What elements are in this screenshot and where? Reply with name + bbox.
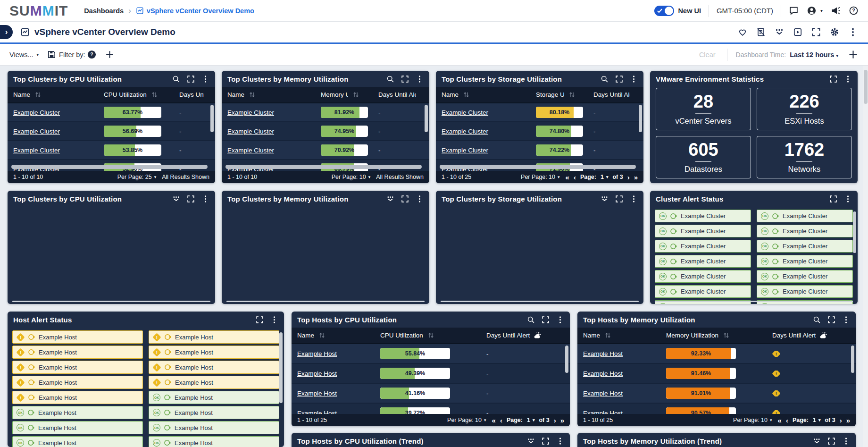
last-page-button[interactable]: » bbox=[846, 417, 850, 424]
previous-page-button[interactable]: ‹ bbox=[574, 174, 576, 181]
kebab-menu-icon[interactable] bbox=[416, 195, 424, 203]
kebab-menu-icon[interactable] bbox=[848, 27, 858, 37]
row-name-link[interactable]: Example Cluster bbox=[227, 147, 274, 154]
per-page-select[interactable]: Per Page: 10▾ bbox=[733, 417, 772, 423]
alert-item[interactable]: ! Example Host bbox=[12, 346, 143, 359]
horizontal-scrollbar[interactable] bbox=[225, 165, 422, 169]
dashboard-time-select[interactable]: Last 12 hours ▾ bbox=[790, 51, 838, 59]
fullscreen-icon[interactable] bbox=[401, 75, 409, 83]
summit-logo[interactable]: SUMMIT bbox=[9, 4, 68, 18]
search-icon[interactable] bbox=[813, 316, 821, 324]
stacked-area-chart[interactable] bbox=[8, 207, 215, 300]
alert-item[interactable]: ! Example Host bbox=[12, 391, 143, 404]
page-select[interactable]: 1▾ bbox=[527, 417, 534, 423]
filter-help-icon[interactable]: ? bbox=[87, 50, 96, 59]
row-name-link[interactable]: Example Host bbox=[297, 350, 337, 357]
sort-icon[interactable] bbox=[427, 331, 435, 339]
last-page-button[interactable]: » bbox=[634, 174, 638, 181]
kebab-menu-icon[interactable] bbox=[416, 75, 424, 83]
page-scrollbar-thumb[interactable] bbox=[864, 70, 868, 104]
last-page-button[interactable]: » bbox=[560, 417, 564, 424]
row-name-link[interactable]: Example Host bbox=[297, 370, 337, 377]
fullscreen-icon[interactable] bbox=[187, 75, 195, 83]
search-icon[interactable] bbox=[172, 75, 180, 83]
horizontal-scrollbar[interactable] bbox=[440, 165, 636, 169]
row-name-link[interactable]: Example Host bbox=[583, 390, 623, 397]
sort-icon[interactable] bbox=[352, 91, 360, 99]
alert-item[interactable]: OK Example Cluster bbox=[655, 270, 751, 283]
horizontal-scrollbar[interactable] bbox=[11, 165, 208, 169]
fullscreen-icon[interactable] bbox=[542, 316, 550, 324]
next-page-button[interactable]: › bbox=[554, 417, 556, 424]
sort-icon[interactable] bbox=[34, 91, 42, 99]
kebab-menu-icon[interactable] bbox=[270, 316, 278, 324]
sort-icon[interactable] bbox=[568, 91, 576, 99]
chevron-down-icon[interactable]: ▾ bbox=[820, 8, 823, 13]
kebab-menu-icon[interactable] bbox=[842, 437, 850, 445]
fullscreen-icon[interactable] bbox=[615, 195, 623, 203]
new-ui-toggle[interactable] bbox=[654, 6, 674, 16]
alert-item[interactable]: ! Example Host bbox=[149, 361, 279, 374]
show-more-dots-icon[interactable]: 050100%4 Sep03:0006:0009:00 bbox=[386, 195, 394, 203]
row-name-link[interactable]: Example Cluster bbox=[13, 128, 60, 135]
row-name-link[interactable]: Example Host bbox=[583, 370, 623, 377]
megaphone-icon[interactable] bbox=[831, 6, 841, 16]
alert-item[interactable]: OK Example Host bbox=[12, 406, 143, 419]
per-page-select[interactable]: Per Page: 10▾ bbox=[332, 174, 371, 180]
stacked-area-chart[interactable] bbox=[436, 207, 643, 300]
row-name-link[interactable]: Example Host bbox=[297, 390, 337, 397]
row-name-link[interactable]: Example Cluster bbox=[227, 128, 274, 135]
sort-icon[interactable] bbox=[462, 91, 470, 99]
breadcrumb-current-dashboard[interactable]: vSphere vCenter Overview Demo bbox=[136, 7, 254, 15]
fullscreen-icon[interactable] bbox=[829, 75, 837, 83]
alert-item[interactable]: ! Example Host bbox=[12, 376, 143, 389]
gear-icon[interactable] bbox=[830, 27, 839, 37]
row-name-link[interactable]: Example Cluster bbox=[442, 147, 488, 154]
alert-item[interactable]: OK Example Cluster bbox=[655, 225, 751, 237]
alert-item[interactable]: OK Example Host bbox=[12, 436, 143, 447]
chat-icon[interactable] bbox=[789, 6, 799, 16]
user-avatar[interactable] bbox=[807, 6, 817, 16]
fullscreen-icon[interactable] bbox=[256, 316, 264, 324]
previous-page-button[interactable]: ‹ bbox=[500, 417, 502, 424]
show-more-dots-icon[interactable] bbox=[775, 27, 784, 37]
alert-item[interactable]: OK Example Cluster bbox=[655, 240, 751, 253]
previous-page-button[interactable]: ‹ bbox=[786, 417, 788, 424]
show-more-dots-icon[interactable]: 050100%4 Sep03:0006:0009:00 bbox=[172, 195, 180, 203]
alert-item[interactable]: ! Example Host bbox=[149, 376, 279, 389]
alert-item[interactable]: OK Example Cluster bbox=[757, 240, 853, 253]
first-page-button[interactable]: « bbox=[492, 417, 496, 424]
sort-icon[interactable] bbox=[150, 91, 159, 99]
alert-item[interactable]: OK Example Cluster bbox=[757, 300, 853, 304]
fullscreen-icon[interactable] bbox=[827, 437, 835, 445]
vertical-scrollbar[interactable] bbox=[851, 346, 854, 373]
next-page-button[interactable]: › bbox=[627, 174, 630, 181]
alert-item[interactable]: OK Example Host bbox=[12, 421, 143, 434]
play-slideshow-icon[interactable] bbox=[793, 27, 802, 37]
page-select[interactable]: 1▾ bbox=[813, 417, 820, 423]
views-dropdown[interactable]: Views...▾ bbox=[9, 51, 39, 59]
search-icon[interactable] bbox=[601, 75, 609, 83]
first-page-button[interactable]: « bbox=[778, 417, 782, 424]
alert-item[interactable]: OK Example Cluster bbox=[757, 285, 853, 298]
vertical-scrollbar[interactable] bbox=[279, 332, 283, 403]
row-name-link[interactable]: Example Cluster bbox=[442, 109, 488, 116]
stat-tile[interactable]: 605 Datastores bbox=[656, 136, 751, 178]
first-page-button[interactable]: « bbox=[566, 174, 569, 181]
sort-icon[interactable] bbox=[248, 91, 256, 99]
row-name-link[interactable]: Example Host bbox=[583, 350, 623, 357]
next-page-button[interactable]: › bbox=[840, 417, 842, 424]
alert-item[interactable]: OK Example Host bbox=[149, 406, 279, 419]
kebab-menu-icon[interactable] bbox=[201, 195, 209, 203]
alert-item[interactable]: OK Example Cluster bbox=[655, 255, 751, 268]
alert-item[interactable]: OK Example Cluster bbox=[757, 210, 853, 222]
show-more-dots-icon[interactable]: 050100%4 Sep03:0006:0009:00 bbox=[601, 195, 609, 203]
help-icon[interactable]: ? bbox=[849, 6, 859, 16]
vertical-scrollbar[interactable] bbox=[853, 211, 856, 253]
notes-disabled-icon[interactable] bbox=[756, 27, 766, 37]
add-filter-button[interactable] bbox=[105, 50, 115, 59]
alert-item[interactable]: ! Example Host bbox=[12, 330, 143, 344]
fullscreen-icon[interactable] bbox=[615, 75, 623, 83]
kebab-menu-icon[interactable] bbox=[556, 316, 564, 324]
stat-tile[interactable]: 226 ESXi Hosts bbox=[757, 88, 852, 130]
